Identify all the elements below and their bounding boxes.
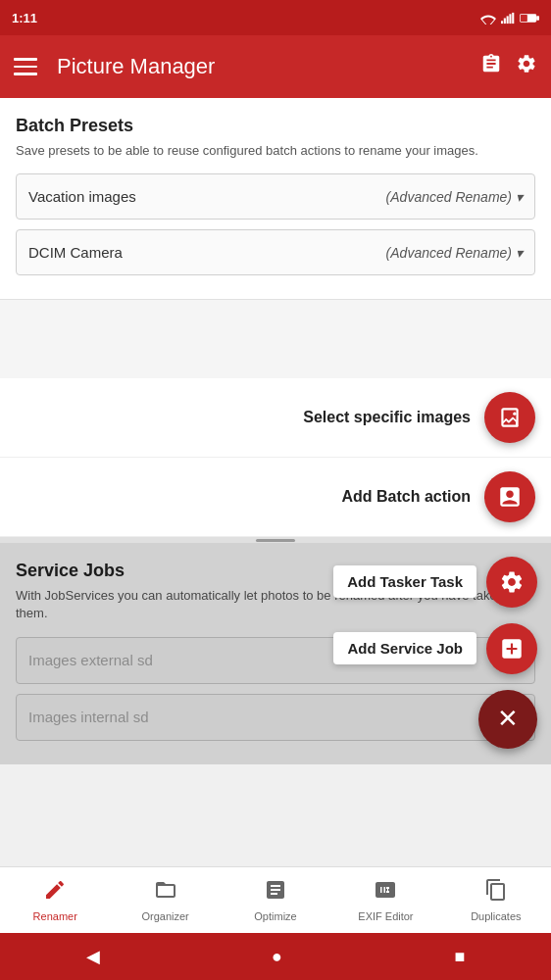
optimize-label: Optimize [254,910,296,922]
svg-rect-3 [509,14,511,24]
wifi-icon [480,12,496,24]
nav-optimize[interactable]: Optimize [221,867,330,933]
exif-editor-icon [374,878,397,907]
add-batch-icon [497,484,523,510]
duplicates-label: Duplicates [471,910,521,922]
add-tasker-row: Add Tasker Task [333,557,537,608]
service-jobs-wrapper: Service Jobs With JobServices you can au… [0,543,551,763]
recents-button[interactable]: ■ [434,939,484,975]
chevron-down-icon-1: ▾ [516,245,523,261]
nav-duplicates[interactable]: Duplicates [441,867,551,933]
add-tasker-button[interactable] [486,557,537,608]
add-service-job-label: Add Service Job [333,632,476,664]
svg-rect-6 [536,16,539,20]
spacer [0,300,551,378]
svg-rect-4 [512,12,514,23]
preset-name-0: Vacation images [28,188,136,205]
fab-expanded-menu: Add Tasker Task Add Service Job [333,557,537,749]
svg-rect-1 [504,18,506,24]
batch-presets-title: Batch Presets [16,116,535,136]
signal-icon [501,12,515,24]
nav-exif-editor[interactable]: EXIF Editor [330,867,440,933]
nav-renamer[interactable]: Renamer [0,867,110,933]
select-images-button[interactable] [484,392,535,443]
battery-icon [520,12,539,24]
app-title: Picture Manager [57,54,480,79]
home-button[interactable]: ● [252,939,302,975]
preset-type-1: (Advanced Rename) ▾ [386,245,523,261]
app-container: 1:11 Picture Manager [0,0,551,980]
add-batch-button[interactable] [484,471,535,522]
add-batch-label: Add Batch action [341,488,471,506]
batch-presets-section: Batch Presets Save presets to be able to… [0,98,551,300]
add-service-job-button[interactable] [486,623,537,674]
settings-icon[interactable] [516,53,537,80]
clipboard-icon[interactable] [480,53,502,80]
status-left: 1:11 [12,11,37,25]
back-button[interactable]: ◀ [67,938,120,975]
app-bar: Picture Manager [0,35,551,98]
add-tasker-label: Add Tasker Task [333,565,476,598]
fab-close-button[interactable]: ✕ [478,690,537,749]
preset-name-1: DCIM Camera [28,244,123,261]
action-area: Select specific images Add Batch action [0,378,551,537]
batch-presets-desc: Save presets to be able to reuse configu… [16,142,535,160]
add-batch-row: Add Batch action [0,458,551,537]
add-service-job-row: Add Service Job [333,623,537,674]
select-images-row: Select specific images [0,378,551,458]
preset-type-0: (Advanced Rename) ▾ [386,189,523,205]
app-bar-actions [480,53,537,80]
svg-point-8 [513,413,516,416]
svg-rect-2 [507,16,509,24]
renamer-label: Renamer [33,910,77,922]
preset-item-0[interactable]: Vacation images (Advanced Rename) ▾ [16,173,535,220]
service-job-icon [499,636,525,662]
tasker-settings-icon [499,569,525,595]
scrollable-content: Batch Presets Save presets to be able to… [0,98,551,866]
select-images-label: Select specific images [303,409,471,426]
preset-item-1[interactable]: DCIM Camera (Advanced Rename) ▾ [16,229,535,275]
status-right [480,12,539,24]
renamer-icon [43,878,67,907]
divider-handle [256,539,295,542]
android-nav-bar: ◀ ● ■ [0,933,551,980]
select-images-icon [497,405,523,430]
optimize-icon [264,878,287,907]
organizer-label: Organizer [141,910,188,922]
chevron-down-icon-0: ▾ [516,189,523,205]
status-time: 1:11 [12,11,37,25]
duplicates-icon [484,878,508,907]
svg-point-9 [517,425,519,427]
nav-organizer[interactable]: Organizer [110,867,220,933]
exif-editor-label: EXIF Editor [358,910,413,922]
organizer-icon [154,878,177,907]
svg-rect-0 [501,21,503,24]
bottom-nav: Renamer Organizer Optimize [0,866,551,933]
status-bar: 1:11 [0,0,551,35]
menu-button[interactable] [14,58,37,75]
svg-rect-7 [521,14,527,21]
